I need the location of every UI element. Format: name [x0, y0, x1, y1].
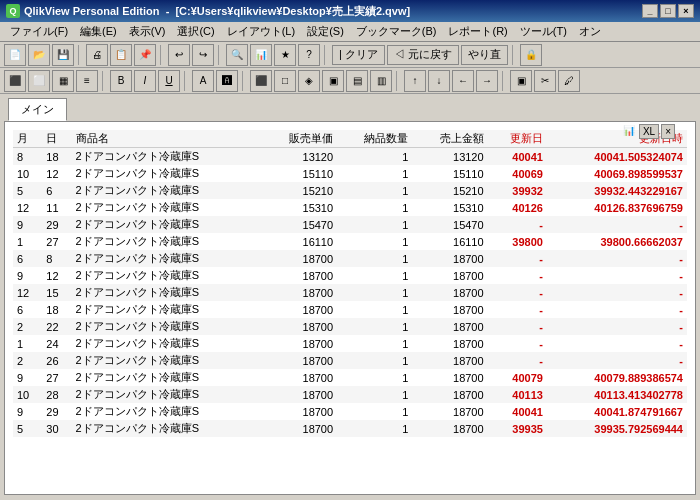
minimize-button[interactable]: _ [642, 4, 658, 18]
tb-new[interactable]: 📄 [4, 44, 26, 66]
sep2-1 [102, 71, 106, 91]
table-cell-9-6: - [488, 301, 547, 318]
table-cell-16-2: 2ドアコンパクト冷蔵庫S [72, 420, 262, 437]
menu-tools[interactable]: ツール(T) [514, 22, 573, 41]
tb2-13[interactable]: ▣ [322, 70, 344, 92]
table-cell-8-6: - [488, 284, 547, 301]
table-cell-9-0: 6 [13, 301, 42, 318]
menu-file[interactable]: ファイル(F) [4, 22, 74, 41]
tb2-8[interactable]: A [192, 70, 214, 92]
menu-bookmark[interactable]: ブックマーク(B) [350, 22, 443, 41]
app-icon: Q [6, 4, 20, 18]
table-row: 9292ドアコンパクト冷蔵庫S187001187004004140041.874… [13, 403, 687, 420]
table-cell-10-6: - [488, 318, 547, 335]
table-row: 562ドアコンパクト冷蔵庫S152101152103993239932.4432… [13, 182, 687, 199]
table-cell-9-2: 2ドアコンパクト冷蔵庫S [72, 301, 262, 318]
table-cell-4-2: 2ドアコンパクト冷蔵庫S [72, 216, 262, 233]
tb2-7[interactable]: U [158, 70, 180, 92]
sep-5 [512, 45, 516, 65]
table-cell-13-1: 27 [42, 369, 71, 386]
tb2-9[interactable]: 🅰 [216, 70, 238, 92]
close-panel-button[interactable]: × [661, 124, 675, 139]
table-cell-6-5: 18700 [412, 250, 487, 267]
toolbar-1: 📄 📂 💾 🖨 📋 📌 ↩ ↪ 🔍 📊 ★ ? | クリア ◁ 元に戻す やり直… [0, 42, 700, 68]
menu-on[interactable]: オン [573, 22, 607, 41]
table-cell-11-6: - [488, 335, 547, 352]
tb2-10[interactable]: ⬛ [250, 70, 272, 92]
table-cell-11-5: 18700 [412, 335, 487, 352]
table-cell-2-5: 15210 [412, 182, 487, 199]
tb-zoom-in[interactable]: 🔍 [226, 44, 248, 66]
table-cell-2-6: 39932 [488, 182, 547, 199]
table-cell-5-3: 16110 [262, 233, 337, 250]
tb-open[interactable]: 📂 [28, 44, 50, 66]
tb-help[interactable]: ? [298, 44, 320, 66]
tb2-16[interactable]: ↑ [404, 70, 426, 92]
tb-lock[interactable]: 🔒 [520, 44, 542, 66]
menu-settings[interactable]: 設定(S) [301, 22, 350, 41]
close-button[interactable]: × [678, 4, 694, 18]
tb2-11[interactable]: □ [274, 70, 296, 92]
table-row: 10282ドアコンパクト冷蔵庫S187001187004011340113.41… [13, 386, 687, 403]
tb-save[interactable]: 💾 [52, 44, 74, 66]
table-cell-10-4: 1 [337, 318, 412, 335]
tb-chart[interactable]: 📊 [250, 44, 272, 66]
tb-paste[interactable]: 📌 [134, 44, 156, 66]
tb2-18[interactable]: ← [452, 70, 474, 92]
menu-select[interactable]: 選択(C) [171, 22, 220, 41]
menu-edit[interactable]: 編集(E) [74, 22, 123, 41]
menu-report[interactable]: レポート(R) [442, 22, 513, 41]
menu-layout[interactable]: レイアウト(L) [221, 22, 301, 41]
menu-view[interactable]: 表示(V) [123, 22, 172, 41]
undo-button[interactable]: ◁ 元に戻す [387, 45, 459, 65]
xl-button[interactable]: XL [639, 124, 659, 139]
window-controls: _ □ × [642, 4, 694, 18]
table-cell-3-5: 15310 [412, 199, 487, 216]
tb2-6[interactable]: I [134, 70, 156, 92]
tb-print[interactable]: 🖨 [86, 44, 108, 66]
tb2-19[interactable]: → [476, 70, 498, 92]
sep-4 [324, 45, 328, 65]
table-cell-2-2: 2ドアコンパクト冷蔵庫S [72, 182, 262, 199]
tb2-20[interactable]: ▣ [510, 70, 532, 92]
table-cell-13-5: 18700 [412, 369, 487, 386]
tb2-21[interactable]: ✂ [534, 70, 556, 92]
table-cell-8-7: - [547, 284, 687, 301]
table-cell-2-3: 15210 [262, 182, 337, 199]
tb2-1[interactable]: ⬛ [4, 70, 26, 92]
data-table: 月 日 商品名 販売単価 納品数量 売上金額 更新日 更新日時 8182ドアコン… [13, 130, 687, 437]
table-cell-10-7: - [547, 318, 687, 335]
tb2-2[interactable]: ⬜ [28, 70, 50, 92]
tb-star[interactable]: ★ [274, 44, 296, 66]
table-cell-11-0: 1 [13, 335, 42, 352]
table-cell-8-2: 2ドアコンパクト冷蔵庫S [72, 284, 262, 301]
tb2-15[interactable]: ▥ [370, 70, 392, 92]
tb-copy[interactable]: 📋 [110, 44, 132, 66]
table-cell-12-6: - [488, 352, 547, 369]
table-cell-12-4: 1 [337, 352, 412, 369]
tb-redo[interactable]: ↪ [192, 44, 214, 66]
table-cell-12-1: 26 [42, 352, 71, 369]
table-cell-10-2: 2ドアコンパクト冷蔵庫S [72, 318, 262, 335]
table-cell-15-1: 29 [42, 403, 71, 420]
tb2-17[interactable]: ↓ [428, 70, 450, 92]
tb2-22[interactable]: 🖊 [558, 70, 580, 92]
tb2-5[interactable]: B [110, 70, 132, 92]
maximize-button[interactable]: □ [660, 4, 676, 18]
tb2-12[interactable]: ◈ [298, 70, 320, 92]
tb2-3[interactable]: ▦ [52, 70, 74, 92]
tb2-4[interactable]: ≡ [76, 70, 98, 92]
table-row: 9122ドアコンパクト冷蔵庫S18700118700-- [13, 267, 687, 284]
table-cell-11-7: - [547, 335, 687, 352]
tab-main[interactable]: メイン [8, 98, 67, 121]
table-cell-15-5: 18700 [412, 403, 487, 420]
table-cell-0-4: 1 [337, 148, 412, 166]
table-cell-7-2: 2ドアコンパクト冷蔵庫S [72, 267, 262, 284]
clear-button[interactable]: | クリア [332, 45, 385, 65]
tb-undo[interactable]: ↩ [168, 44, 190, 66]
redo-button[interactable]: やり直 [461, 45, 508, 65]
tb2-14[interactable]: ▤ [346, 70, 368, 92]
col-header-update-date: 更新日 [488, 130, 547, 148]
table-cell-16-6: 39935 [488, 420, 547, 437]
table-cell-4-6: - [488, 216, 547, 233]
